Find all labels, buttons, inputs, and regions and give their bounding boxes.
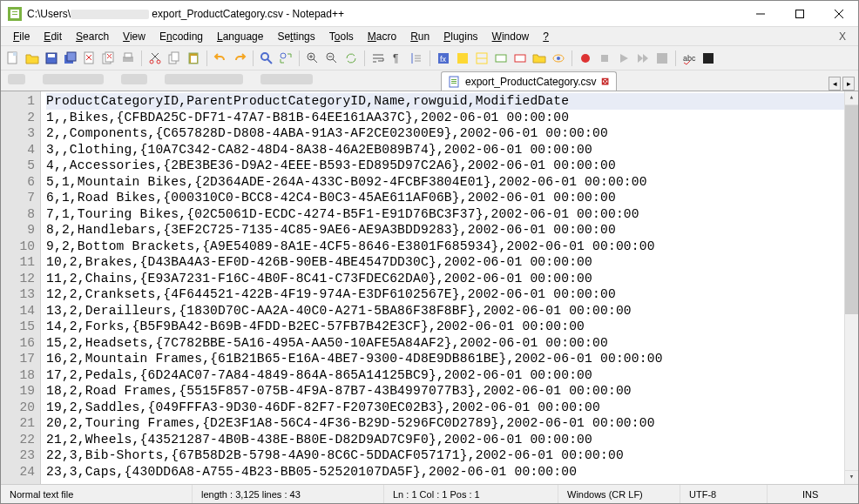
tb-close-icon[interactable] (81, 50, 98, 67)
tb-redo-icon[interactable] (231, 50, 248, 67)
menu-window[interactable]: Window (485, 29, 537, 44)
menu-help[interactable]: ? (536, 29, 556, 44)
code-line[interactable]: 18,2,Road Frames,{5515F857-075B-4F9A-87B… (46, 383, 844, 400)
status-encoding[interactable]: UTF-8 (680, 485, 768, 503)
file-icon (449, 76, 461, 88)
tb-folder-icon[interactable] (531, 50, 548, 67)
code-line[interactable]: 19,2,Saddles,{049FFFA3-9D30-46DF-82F7-F2… (46, 400, 844, 416)
tb-cut-icon[interactable] (146, 50, 164, 67)
tab-close-icon[interactable]: ⊠ (601, 76, 609, 87)
menu-edit[interactable]: Edit (37, 29, 69, 44)
svg-text:fx: fx (440, 55, 447, 64)
tb-copy-icon[interactable] (166, 50, 183, 67)
editor[interactable]: 123456789101112131415161718192021222324 … (1, 91, 858, 484)
status-eol[interactable]: Windows (CR LF) (558, 485, 680, 503)
code-line[interactable]: 21,2,Wheels,{43521287-4B0B-438E-B80E-D82… (46, 432, 844, 448)
code-line[interactable]: 7,1,Touring Bikes,{02C5061D-ECDC-4274-B5… (46, 206, 844, 223)
tb-indent-icon[interactable] (408, 50, 425, 67)
code-line[interactable]: ProductCategoryID,ParentProductCategoryI… (46, 93, 844, 110)
tb-new-icon[interactable] (4, 50, 22, 67)
code-line[interactable]: 4,,Accessories,{2BE3BE36-D9A2-4EEE-B593-… (46, 158, 844, 174)
svg-rect-18 (105, 52, 113, 62)
code-line[interactable]: 10,2,Brakes,{D43BA4A3-EF0D-426B-90EB-4BE… (46, 254, 844, 271)
tb-unfold-icon[interactable] (473, 50, 490, 67)
status-length: length : 3,125 lines : 43 (193, 485, 384, 503)
tb-spell-icon[interactable]: abc (680, 50, 698, 67)
tb-find-icon[interactable] (258, 50, 275, 67)
tb-fold-icon[interactable] (454, 50, 471, 67)
tb-dark-icon[interactable] (700, 50, 717, 67)
maximize-button[interactable] (780, 1, 819, 26)
tb-saveall-icon[interactable] (62, 50, 79, 67)
code-line[interactable]: 8,2,Handlebars,{3EF2C725-7135-4C85-9AE6-… (46, 222, 844, 239)
scroll-thumb[interactable] (845, 105, 858, 314)
code-line[interactable]: 14,2,Forks,{B5F9BA42-B69B-4FDD-B2EC-57FB… (46, 319, 844, 335)
code-line[interactable]: 2,,Components,{C657828D-D808-4ABA-91A3-A… (46, 125, 844, 142)
code-line[interactable]: 15,2,Headsets,{7C782BBE-5A16-495A-AA50-1… (46, 335, 844, 352)
menu-tools[interactable]: Tools (322, 29, 361, 44)
svg-rect-28 (172, 52, 179, 61)
minimize-button[interactable] (741, 1, 780, 26)
scroll-down-icon[interactable]: ▾ (845, 470, 858, 484)
menu-settings[interactable]: Settings (270, 29, 321, 44)
tb-wrap-icon[interactable] (369, 50, 387, 67)
svg-rect-2 (12, 11, 17, 12)
code-line[interactable]: 12,2,Cranksets,{4F644521-422B-4F19-974A-… (46, 286, 844, 303)
code-line[interactable]: 9,2,Bottom Brackets,{A9E54089-8A1E-4CF5-… (46, 239, 844, 255)
tb-playmulti-icon[interactable] (634, 50, 652, 67)
tb-undo-icon[interactable] (212, 50, 229, 67)
status-syntax: Normal text file (1, 485, 193, 503)
tb-open-icon[interactable] (24, 50, 41, 67)
code-line[interactable]: 16,2,Mountain Frames,{61B21B65-E16A-4BE7… (46, 351, 844, 367)
menu-plugins[interactable]: Plugins (436, 29, 484, 44)
menu-language[interactable]: Language (210, 29, 270, 44)
code-line[interactable]: 13,2,Derailleurs,{1830D70C-AA2A-40C0-A27… (46, 303, 844, 319)
tb-closeall-icon[interactable] (100, 50, 118, 67)
code-line[interactable]: 3,,Clothing,{10A7C342-CA82-48D4-8A38-46A… (46, 142, 844, 158)
tb-lang-icon[interactable]: fx (435, 50, 452, 67)
menubar-close-x[interactable]: X (832, 29, 853, 44)
code-line[interactable]: 20,2,Touring Frames,{D2E3F1A8-56C4-4F36-… (46, 415, 844, 432)
tb-play-icon[interactable] (615, 50, 632, 67)
tb-zoomin-icon[interactable] (304, 50, 321, 67)
tb-comment-icon[interactable] (492, 50, 510, 67)
titlebar: C:\Users\ export_ProductCategory.csv - N… (1, 1, 858, 27)
tab-scroll-right[interactable]: ▸ (842, 77, 855, 91)
tab-active[interactable]: export_ProductCategory.csv ⊠ (441, 71, 617, 91)
code-line[interactable]: 17,2,Pedals,{6D24AC07-7A84-4849-864A-865… (46, 367, 844, 384)
window-title: C:\Users\ export_ProductCategory.csv - N… (27, 8, 741, 20)
tb-stop-icon[interactable] (596, 50, 613, 67)
menu-file[interactable]: File (6, 29, 37, 44)
menu-encoding[interactable]: Encoding (152, 29, 210, 44)
tb-paste-icon[interactable] (185, 50, 202, 67)
tab-label: export_ProductCategory.csv (465, 76, 597, 88)
tb-macrosave-icon[interactable] (653, 50, 671, 67)
code-line[interactable]: 11,2,Chains,{E93A7231-F16C-4B0F-8C41-C73… (46, 271, 844, 287)
tb-monitor-icon[interactable] (550, 50, 567, 67)
tab-scroll-left[interactable]: ◂ (829, 77, 841, 91)
close-button[interactable] (819, 1, 858, 26)
tb-sync-icon[interactable] (342, 50, 360, 67)
code-line[interactable]: 23,3,Caps,{430DD6A8-A755-4B23-BB05-52520… (46, 464, 844, 480)
menu-search[interactable]: Search (69, 29, 116, 44)
code-area[interactable]: ProductCategoryID,ParentProductCategoryI… (41, 91, 844, 484)
vertical-scrollbar[interactable]: ▴ ▾ (844, 91, 858, 484)
code-line[interactable]: 6,1,Road Bikes,{000310C0-BCC8-42C4-B0C3-… (46, 190, 844, 206)
tb-save-icon[interactable] (43, 50, 60, 67)
svg-rect-30 (191, 56, 197, 63)
status-mode[interactable]: INS (768, 485, 858, 503)
scroll-up-icon[interactable]: ▴ (845, 91, 858, 105)
tb-print-icon[interactable] (119, 50, 137, 67)
tb-uncomment-icon[interactable] (511, 50, 529, 67)
tb-record-icon[interactable] (577, 50, 594, 67)
tb-replace-icon[interactable] (277, 50, 294, 67)
menu-view[interactable]: View (116, 29, 152, 44)
code-line[interactable]: 5,1,Mountain Bikes,{2D364ADE-264A-433C-B… (46, 174, 844, 191)
code-line[interactable]: 22,3,Bib-Shorts,{67B58D2B-5798-4A90-8C6C… (46, 447, 844, 464)
tb-zoomout-icon[interactable] (323, 50, 341, 67)
tb-showall-icon[interactable]: ¶ (389, 50, 406, 67)
code-line[interactable]: 1,,Bikes,{CFBDA25C-DF71-47A7-B81B-64EE16… (46, 110, 844, 126)
menubar: File Edit Search View Encoding Language … (1, 27, 858, 46)
menu-macro[interactable]: Macro (361, 29, 403, 44)
menu-run[interactable]: Run (403, 29, 436, 44)
